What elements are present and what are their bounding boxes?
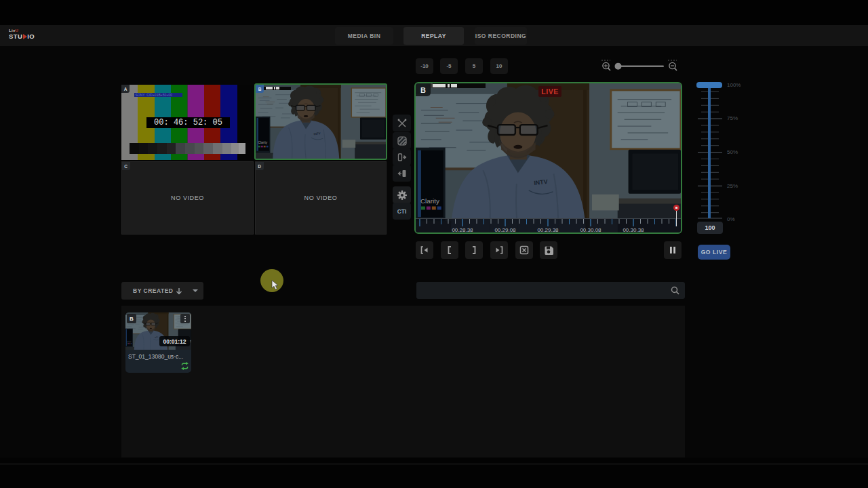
svg-text:00.29.38: 00.29.38 [537,227,559,233]
svg-text:00.28.38: 00.28.38 [452,227,473,233]
svg-text:00.30.38: 00.30.38 [623,227,644,233]
svg-text:00.30.08: 00.30.08 [580,227,601,233]
svg-text:00.29.08: 00.29.08 [494,227,516,233]
